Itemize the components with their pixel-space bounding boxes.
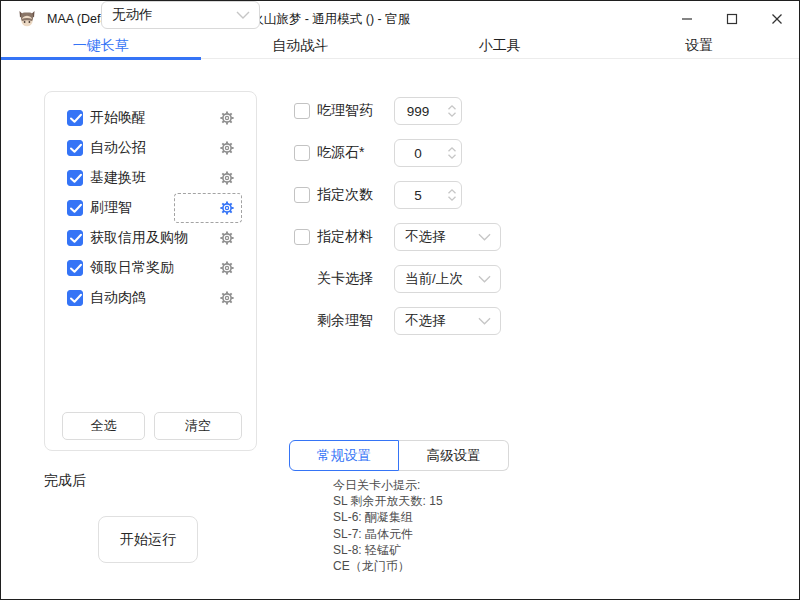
after-completion-value: 无动作 — [112, 6, 153, 24]
tab-general-settings[interactable]: 常规设置 — [289, 440, 399, 471]
dropdown-value: 当前/上次 — [405, 270, 463, 288]
fight-row-times: 指定次数 5 — [294, 181, 504, 209]
fight-row-label: 吃理智药 — [317, 102, 373, 120]
sanity-potion-checkbox[interactable] — [294, 103, 310, 119]
fight-row-label: 指定次数 — [317, 186, 373, 204]
task-row-award: 领取日常奖励 — [45, 253, 256, 283]
gear-icon[interactable] — [219, 230, 235, 246]
spinner-arrows-icon[interactable] — [443, 188, 461, 202]
fight-row-material: 指定材料 不选择 — [294, 223, 504, 251]
task-checkbox-mall[interactable] — [67, 230, 83, 246]
task-label: 自动公招 — [90, 139, 146, 157]
task-list-card: 开始唤醒 自动公招 基建换班 刷理智 获取信用及购物 — [44, 91, 257, 451]
times-spinner[interactable]: 5 — [394, 181, 462, 209]
task-label: 刷理智 — [90, 199, 132, 217]
tab-copilot[interactable]: 自动战斗 — [201, 37, 401, 59]
spinner-arrows-icon[interactable] — [443, 146, 461, 160]
tip-line: SL-7: 晶体元件 — [333, 526, 443, 542]
dropdown-value: 不选择 — [405, 228, 446, 246]
tab-farming[interactable]: 一键长草 — [1, 37, 201, 59]
app-icon — [17, 9, 37, 29]
chevron-down-icon — [478, 317, 491, 325]
fight-row-originium: 吃源石* 0 — [294, 139, 504, 167]
tab-advanced-settings[interactable]: 高级设置 — [399, 440, 509, 471]
gear-icon[interactable] — [219, 140, 235, 156]
main-tab-bar: 一键长草 自动战斗 小工具 设置 — [1, 37, 799, 59]
task-row-wakeup: 开始唤醒 — [45, 103, 256, 133]
chevron-down-icon — [236, 11, 250, 19]
task-label: 自动肉鸽 — [90, 289, 146, 307]
tab-tools[interactable]: 小工具 — [400, 37, 600, 59]
stage-dropdown[interactable]: 当前/上次 — [394, 265, 501, 293]
clear-button[interactable]: 清空 — [154, 412, 242, 440]
task-row-recruit: 自动公招 — [45, 133, 256, 163]
gear-icon[interactable] — [219, 110, 235, 126]
material-dropdown[interactable]: 不选择 — [394, 223, 501, 251]
task-checkbox-recruit[interactable] — [67, 140, 83, 156]
remaining-sanity-dropdown[interactable]: 不选择 — [394, 307, 501, 335]
spinner-value: 999 — [395, 104, 443, 119]
task-label: 获取信用及购物 — [90, 229, 188, 247]
task-row-base: 基建换班 — [45, 163, 256, 193]
spinner-arrows-icon[interactable] — [443, 104, 461, 118]
fight-row-label: 剩余理智 — [317, 312, 373, 330]
task-checkbox-base[interactable] — [67, 170, 83, 186]
task-checkbox-fight[interactable] — [67, 200, 83, 216]
minimize-icon — [681, 13, 693, 25]
gear-icon-active[interactable] — [219, 200, 235, 216]
close-icon — [771, 13, 783, 25]
tip-line: SL-8: 轻锰矿 — [333, 542, 443, 558]
fight-row-label: 关卡选择 — [317, 270, 373, 288]
fight-row-stage: 关卡选择 当前/上次 — [294, 265, 504, 293]
gear-icon[interactable] — [219, 170, 235, 186]
after-completion-label: 完成后 — [44, 467, 86, 495]
times-checkbox[interactable] — [294, 187, 310, 203]
task-row-fight: 刷理智 — [45, 193, 256, 223]
start-run-button[interactable]: 开始运行 — [98, 516, 198, 563]
task-label: 开始唤醒 — [90, 109, 146, 127]
task-checkbox-award[interactable] — [67, 260, 83, 276]
gear-icon[interactable] — [219, 260, 235, 276]
tip-line: SL 剩余开放天数: 15 — [333, 493, 443, 509]
tab-settings[interactable]: 设置 — [600, 37, 800, 59]
fight-row-label: 指定材料 — [317, 228, 373, 246]
material-checkbox[interactable] — [294, 229, 310, 245]
minimize-button[interactable] — [664, 1, 709, 37]
after-completion-dropdown[interactable]: 无动作 — [101, 1, 260, 29]
maximize-button[interactable] — [709, 1, 754, 37]
task-row-roguelike: 自动肉鸽 — [45, 283, 256, 313]
chevron-down-icon — [478, 275, 491, 283]
window-controls — [664, 1, 799, 37]
originium-spinner[interactable]: 0 — [394, 139, 462, 167]
task-checkbox-wakeup[interactable] — [67, 110, 83, 126]
fight-row-sanity-potion: 吃理智药 999 — [294, 97, 504, 125]
tip-line: SL-6: 酮凝集组 — [333, 509, 443, 525]
chevron-down-icon — [478, 233, 491, 241]
task-label: 基建换班 — [90, 169, 146, 187]
tip-line: 今日关卡小提示: — [333, 477, 443, 493]
fight-row-remaining-sanity: 剩余理智 不选择 — [294, 307, 504, 335]
maximize-icon — [726, 13, 738, 25]
task-row-mall: 获取信用及购物 — [45, 223, 256, 253]
select-all-button[interactable]: 全选 — [62, 412, 145, 440]
stage-tips: 今日关卡小提示: SL 剩余开放天数: 15 SL-6: 酮凝集组 SL-7: … — [333, 477, 443, 574]
fight-settings: 吃理智药 999 吃源石* 0 指定次数 5 指定材料 — [294, 97, 504, 349]
fight-row-label: 吃源石* — [317, 144, 364, 162]
spinner-value: 5 — [395, 188, 443, 203]
task-label: 领取日常奖励 — [90, 259, 174, 277]
task-checkbox-roguelike[interactable] — [67, 290, 83, 306]
originium-checkbox[interactable] — [294, 145, 310, 161]
gear-icon[interactable] — [219, 290, 235, 306]
maa-window: MAA (Default) - DEBUG VERSION - 火山旅梦 - 通… — [0, 0, 800, 600]
spinner-value: 0 — [395, 146, 443, 161]
close-button[interactable] — [754, 1, 799, 37]
tip-line: CE（龙门币） — [333, 558, 443, 574]
sanity-potion-spinner[interactable]: 999 — [394, 97, 462, 125]
settings-tab-group: 常规设置 高级设置 — [289, 440, 509, 471]
dropdown-value: 不选择 — [405, 312, 446, 330]
